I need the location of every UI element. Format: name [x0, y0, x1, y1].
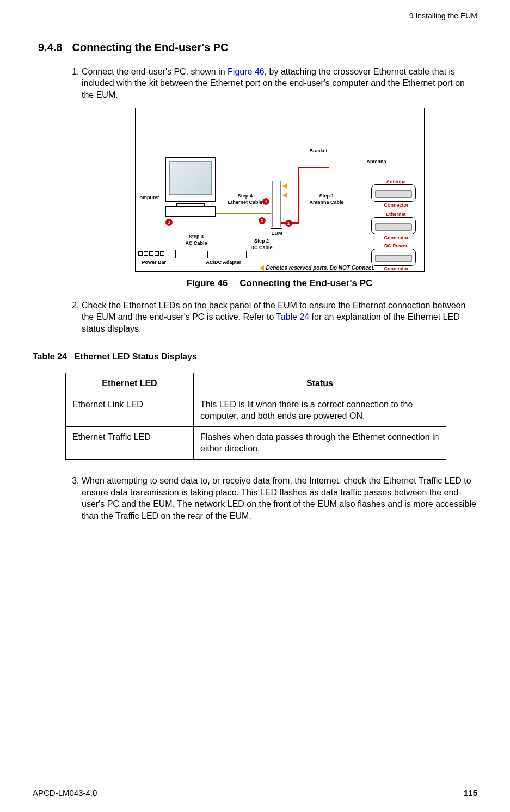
figure-46: omputer Power Bar Step 3 AC Cable 3	[135, 108, 425, 272]
body: Connect the end-user's PC, shown in Figu…	[33, 66, 477, 335]
col-header-status: Status	[194, 373, 446, 394]
step-3-text: When attempting to send data to, or rece…	[82, 476, 476, 520]
page-footer: APCD-LM043-4.0 115	[33, 785, 477, 798]
label-computer: omputer	[140, 194, 159, 201]
antenna-cable-h2-icon	[298, 167, 329, 168]
body-continued: When attempting to send data to, or rece…	[33, 475, 477, 522]
label-conn-dc-a: DC Power	[384, 243, 408, 249]
powerbar-icon	[137, 250, 176, 258]
dc-cable-h-icon	[245, 253, 262, 253]
eum-device-icon	[271, 179, 282, 229]
label-conn-eth-b: Connector	[384, 234, 409, 241]
antenna-cable-v-icon	[298, 168, 299, 224]
figure-caption: Figure 46Connecting the End-user's PC	[82, 277, 477, 290]
table-number: Table 24	[33, 352, 67, 361]
section-heading-text: Connecting the End-user's PC	[72, 41, 228, 53]
ethernet-cable-icon	[216, 213, 271, 214]
label-antenna: Antenna	[367, 158, 386, 165]
footer-page: 115	[464, 788, 477, 798]
label-step1-line2: Antenna Cable	[310, 199, 344, 206]
ethernet-connector-icon	[371, 217, 416, 234]
label-step1-line1: Step 1	[310, 193, 344, 199]
reserved-port-note-icon	[260, 265, 264, 271]
figure-title: Connecting the End-user's PC	[239, 278, 372, 288]
col-header-led: Ethernet LED	[66, 373, 194, 394]
label-step1: Step 1 Antenna Cable	[310, 193, 344, 206]
table-row: Ethernet Traffic LED Flashes when data p…	[66, 426, 446, 459]
step-3: When attempting to send data to, or rece…	[82, 475, 477, 522]
dc-connector-icon	[371, 249, 416, 266]
label-step3: Step 3 AC Cable	[186, 233, 207, 246]
step-2: Check the Ethernet LEDs on the back pane…	[82, 300, 477, 335]
step-circle-1: 1	[285, 220, 292, 227]
table-row: Ethernet Link LED This LED is lit when t…	[66, 394, 446, 426]
computer-monitor-icon	[165, 157, 216, 202]
antenna-connector-icon	[371, 184, 416, 202]
table-heading-text: Ethernet LED Status Displays	[75, 352, 197, 361]
label-step3-line1: Step 3	[186, 233, 207, 240]
label-bracket: Bracket	[310, 147, 328, 154]
computer-base-icon	[165, 206, 216, 217]
table-header-row: Ethernet LED Status	[66, 373, 446, 394]
step-list-cont: When attempting to send data to, or rece…	[60, 475, 477, 522]
label-conn-eth-a: Ethernet	[386, 211, 406, 218]
cell-led: Ethernet Link LED	[66, 394, 194, 426]
label-eum: EUM	[272, 230, 282, 237]
step-circle-3: 3	[165, 219, 173, 226]
cell-led: Ethernet Traffic LED	[66, 426, 194, 459]
page: 9 Installing the EUM 9.4.8Connecting the…	[0, 0, 510, 812]
footer-doc: APCD-LM043-4.0	[33, 788, 97, 798]
figure-number: Figure 46	[187, 278, 228, 288]
label-conn-ant-b: Connector	[384, 202, 409, 208]
table-title: Table 24Ethernet LED Status Displays	[33, 351, 477, 363]
step-1-text-a: Connect the end-user's PC, shown in	[82, 67, 228, 76]
ac-cable-icon	[175, 253, 207, 253]
running-head: 9 Installing the EUM	[33, 11, 477, 21]
led-status-table: Ethernet LED Status Ethernet Link LED Th…	[65, 373, 446, 460]
figure-ref-link[interactable]: Figure 46	[228, 67, 265, 76]
section-number: 9.4.8	[38, 41, 62, 53]
table-ref-link[interactable]: Table 24	[276, 312, 310, 321]
section-title: 9.4.8Connecting the End-user's PC	[33, 40, 477, 55]
label-conn-dc-b: Connector	[384, 265, 409, 272]
label-step4: Step 4 Ethernet Cable	[228, 193, 263, 206]
label-step3-line2: AC Cable	[186, 240, 207, 246]
step-list: Connect the end-user's PC, shown in Figu…	[60, 66, 477, 335]
step-circle-2: 2	[259, 217, 266, 224]
label-step4-line2: Ethernet Cable	[228, 199, 263, 206]
label-step4-line1: Step 4	[228, 193, 263, 199]
label-powerbar: Power Bar	[142, 259, 167, 265]
dc-cable-v-icon	[262, 222, 262, 253]
label-note: Denotes reserved ports. Do NOT Connect.	[266, 264, 375, 272]
cell-status: Flashes when data passes through the Eth…	[194, 426, 446, 459]
reserved-port-icon	[282, 183, 287, 189]
label-adapter: AC/DC Adapter	[206, 259, 242, 265]
label-conn-ant-a: Antenna	[386, 178, 406, 185]
step-1: Connect the end-user's PC, shown in Figu…	[82, 66, 477, 290]
cell-status: This LED is lit when there is a correct …	[194, 394, 446, 426]
adapter-icon	[207, 251, 247, 258]
step-circle-4: 4	[262, 198, 269, 205]
reserved-port-icon-2	[282, 193, 287, 198]
